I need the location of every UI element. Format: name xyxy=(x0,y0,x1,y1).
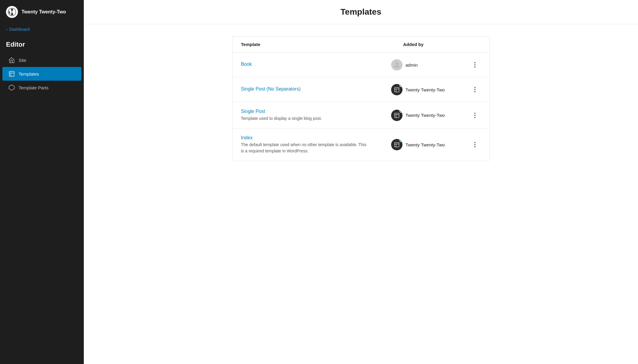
author-avatar-single xyxy=(391,110,402,121)
sidebar-header: Twenty Twenty-Two xyxy=(0,0,84,24)
template-link-single[interactable]: Single Post xyxy=(241,109,391,114)
chevron-left-icon: ‹ xyxy=(6,27,7,32)
dashboard-link-label: Dashboard xyxy=(9,27,30,32)
table-row: Single Post (No Separators) Tw xyxy=(233,77,489,102)
author-avatar-index xyxy=(391,139,402,150)
row-actions-single[interactable] xyxy=(469,111,481,120)
sidebar-nav: Site Templates Template Parts xyxy=(0,53,84,94)
dashboard-link[interactable]: ‹ Dashboard xyxy=(0,24,84,35)
home-icon xyxy=(8,57,15,63)
svg-rect-6 xyxy=(395,88,399,92)
sidebar-item-templates[interactable]: Templates xyxy=(2,67,81,81)
row-added-by-index: Twenty Twenty-Two xyxy=(391,139,469,150)
author-name-single-no-sep: Twenty Twenty-Two xyxy=(405,87,445,92)
table-row: Book admin xyxy=(233,53,489,77)
templates-table: Template Added by Book admin xyxy=(232,36,490,161)
dot xyxy=(474,113,476,114)
more-options-single[interactable] xyxy=(471,111,479,120)
theme-icon xyxy=(394,86,400,93)
templates-icon xyxy=(8,71,15,77)
dot xyxy=(474,62,476,63)
author-avatar-book xyxy=(391,59,402,71)
row-template-single-no-sep: Single Post (No Separators) xyxy=(241,86,391,93)
more-options-single-no-sep[interactable] xyxy=(471,85,479,94)
table-row: Index The default template used when no … xyxy=(233,129,489,161)
more-options-index[interactable] xyxy=(471,140,479,149)
col-added-by-header: Added by xyxy=(403,42,481,47)
dot xyxy=(474,117,476,118)
template-link-single-no-sep[interactable]: Single Post (No Separators) xyxy=(241,86,391,92)
dot xyxy=(474,64,476,65)
sidebar-item-site-label: Site xyxy=(19,58,26,63)
page-title: Templates xyxy=(96,7,626,17)
more-options-book[interactable] xyxy=(471,61,479,69)
row-actions-single-no-sep[interactable] xyxy=(469,85,481,94)
row-actions-book[interactable] xyxy=(469,61,481,69)
sidebar-item-template-parts[interactable]: Template Parts xyxy=(2,81,81,94)
site-name: Twenty Twenty-Two xyxy=(22,9,66,15)
svg-marker-4 xyxy=(9,85,14,90)
author-name-single: Twenty Twenty-Two xyxy=(405,113,445,118)
theme-icon xyxy=(394,112,400,119)
col-template-header: Template xyxy=(241,42,403,47)
main-body: Template Added by Book admin xyxy=(84,24,638,173)
table-header: Template Added by xyxy=(233,36,489,53)
template-desc-single: Template used to display a single blog p… xyxy=(241,115,367,122)
main-content: Templates Template Added by Book xyxy=(84,0,638,364)
row-template-index: Index The default template used when no … xyxy=(241,135,391,154)
row-template-single: Single Post Template used to display a s… xyxy=(241,109,391,122)
table-row: Single Post Template used to display a s… xyxy=(233,102,489,129)
author-name-book: admin xyxy=(405,62,418,68)
dot xyxy=(474,66,476,68)
row-added-by-book: admin xyxy=(391,59,469,71)
dot xyxy=(474,115,476,116)
template-link-book[interactable]: Book xyxy=(241,62,391,67)
wp-logo xyxy=(6,6,18,18)
theme-icon xyxy=(394,141,400,148)
row-actions-index[interactable] xyxy=(469,140,481,149)
sidebar: Twenty Twenty-Two ‹ Dashboard Editor Sit… xyxy=(0,0,84,364)
svg-point-5 xyxy=(395,62,398,65)
dot xyxy=(474,142,476,143)
sidebar-item-site[interactable]: Site xyxy=(2,53,81,67)
row-added-by-single: Twenty Twenty-Two xyxy=(391,110,469,121)
row-template-book: Book xyxy=(241,62,391,68)
dot xyxy=(474,91,476,92)
dot xyxy=(474,146,476,147)
sidebar-item-templates-label: Templates xyxy=(19,71,39,77)
template-parts-icon xyxy=(8,84,15,91)
svg-rect-1 xyxy=(9,71,14,77)
svg-rect-12 xyxy=(395,143,399,147)
author-name-index: Twenty Twenty-Two xyxy=(405,142,445,147)
blue-dot xyxy=(399,139,402,142)
main-header: Templates xyxy=(84,0,638,24)
dot xyxy=(474,87,476,88)
blue-dot xyxy=(399,110,402,113)
row-added-by-single-no-sep: Twenty Twenty-Two xyxy=(391,84,469,95)
svg-rect-9 xyxy=(395,113,399,117)
template-link-index[interactable]: Index xyxy=(241,135,391,140)
dot xyxy=(474,144,476,145)
editor-title: Editor xyxy=(0,35,84,53)
dot xyxy=(474,89,476,90)
template-desc-index: The default template used when no other … xyxy=(241,142,367,154)
author-avatar-single-no-sep xyxy=(391,84,402,95)
blue-dot xyxy=(399,84,402,87)
sidebar-item-template-parts-label: Template Parts xyxy=(19,85,48,90)
